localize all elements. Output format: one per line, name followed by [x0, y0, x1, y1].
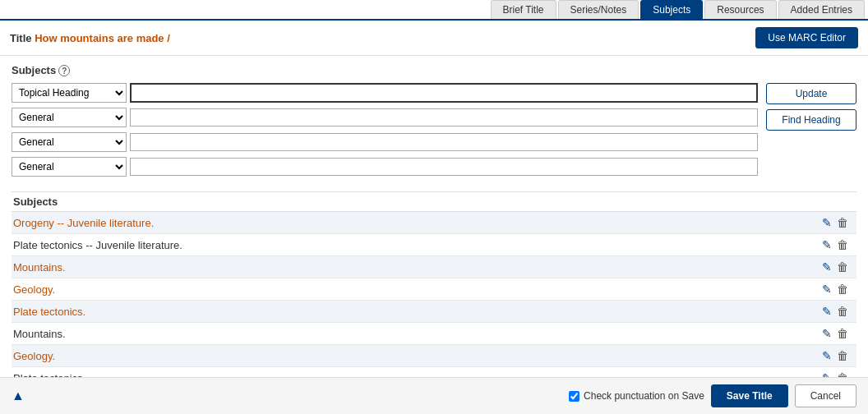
subject-text: Mountains.	[13, 328, 806, 340]
up-arrow-button[interactable]: ▲	[12, 389, 25, 398]
fields-right: Update Find Heading	[766, 83, 856, 182]
table-row: Mountains.✎🗑	[12, 323, 856, 345]
heading-field-row: Topical Heading Personal Name Corporate …	[12, 83, 758, 103]
fields-area: Topical Heading Personal Name Corporate …	[12, 83, 856, 182]
delete-button[interactable]: 🗑	[837, 216, 848, 229]
row-actions: ✎🗑	[806, 260, 855, 274]
edit-button[interactable]: ✎	[822, 238, 832, 251]
edit-button[interactable]: ✎	[822, 305, 832, 318]
tab-brief-title[interactable]: Brief Title	[491, 0, 556, 19]
save-title-button[interactable]: Save Title	[711, 384, 788, 398]
delete-button[interactable]: 🗑	[837, 327, 848, 340]
header-title: Title How mountains are made /	[10, 32, 170, 44]
footer-left: ▲	[12, 389, 25, 398]
punctuation-check-label[interactable]: Check punctuation on Save	[569, 390, 704, 398]
edit-button[interactable]: ✎	[822, 216, 832, 229]
subject-text: Plate tectonics.	[13, 306, 806, 318]
table-row: Geology.✎🗑	[12, 345, 856, 367]
table-row: Mountains.✎🗑	[12, 256, 856, 278]
delete-button[interactable]: 🗑	[837, 283, 848, 296]
table-row: Plate tectonics.✎🗑	[12, 301, 856, 323]
row-actions: ✎🗑	[806, 283, 855, 296]
subjects-label-text: Subjects	[12, 64, 56, 76]
sub-input-3[interactable]	[130, 158, 758, 176]
subject-text: Plate tectonics -- Juvenile literature.	[13, 239, 806, 251]
edit-button[interactable]: ✎	[822, 327, 832, 340]
punctuation-check-text: Check punctuation on Save	[584, 390, 704, 398]
delete-button[interactable]: 🗑	[837, 305, 848, 318]
fields-left: Topical Heading Personal Name Corporate …	[12, 83, 758, 182]
cancel-button[interactable]: Cancel	[795, 384, 856, 398]
marc-editor-button[interactable]: Use MARC Editor	[755, 27, 858, 48]
sub-select-3[interactable]: General Form Chronological Geographic	[12, 157, 127, 177]
footer: ▲ Check punctuation on Save Save Title C…	[0, 377, 868, 398]
tabs-bar: Brief TitleSeries/NotesSubjectsResources…	[0, 0, 868, 21]
header-row: Title How mountains are made / Use MARC …	[0, 21, 868, 56]
heading-input[interactable]	[130, 83, 758, 103]
tab-series/notes[interactable]: Series/Notes	[558, 0, 639, 19]
subject-text: Mountains.	[13, 261, 806, 274]
row-actions: ✎🗑	[806, 327, 855, 340]
subject-text: Geology.	[13, 283, 806, 296]
subjects-section-label: Subjects?	[12, 64, 856, 76]
row-actions: ✎🗑	[806, 349, 855, 362]
row-actions: ✎🗑	[806, 216, 855, 229]
punctuation-checkbox[interactable]	[569, 391, 579, 398]
table-row: Plate tectonics -- Juvenile literature.✎…	[12, 234, 856, 256]
sub-select-2[interactable]: General Form Chronological Geographic	[12, 132, 127, 152]
subjects-table-header: Subjects	[12, 191, 856, 212]
sub-input-2[interactable]	[130, 133, 758, 151]
edit-button[interactable]: ✎	[822, 260, 832, 274]
subjects-rows: Orogeny -- Juvenile literature.✎🗑Plate t…	[12, 212, 856, 389]
help-icon[interactable]: ?	[58, 65, 70, 76]
table-row: Geology.✎🗑	[12, 278, 856, 301]
footer-right: Check punctuation on Save Save Title Can…	[569, 384, 856, 398]
edit-button[interactable]: ✎	[822, 283, 832, 296]
table-row: Orogeny -- Juvenile literature.✎🗑	[12, 212, 856, 234]
find-heading-button[interactable]: Find Heading	[766, 109, 856, 131]
subject-text: Geology.	[13, 350, 806, 362]
delete-button[interactable]: 🗑	[837, 260, 848, 274]
sub-select-1[interactable]: General Form Chronological Geographic	[12, 108, 127, 127]
delete-button[interactable]: 🗑	[837, 349, 848, 362]
title-value: How mountains are made /	[35, 32, 170, 44]
sub-input-1[interactable]	[130, 108, 758, 126]
subjects-section: Subjects Orogeny -- Juvenile literature.…	[12, 191, 856, 389]
main-content: Subjects? Topical Heading Personal Name …	[0, 56, 868, 398]
update-button[interactable]: Update	[766, 83, 856, 104]
edit-button[interactable]: ✎	[822, 349, 832, 362]
sub-field-row-2: General Form Chronological Geographic	[12, 132, 758, 152]
sub-field-row-1: General Form Chronological Geographic	[12, 108, 758, 127]
tab-subjects[interactable]: Subjects	[640, 0, 703, 19]
delete-button[interactable]: 🗑	[837, 238, 848, 251]
title-label: Title	[10, 32, 32, 44]
row-actions: ✎🗑	[806, 238, 855, 251]
row-actions: ✎🗑	[806, 305, 855, 318]
subject-text: Orogeny -- Juvenile literature.	[13, 217, 806, 229]
sub-field-row-3: General Form Chronological Geographic	[12, 157, 758, 177]
heading-type-select[interactable]: Topical Heading Personal Name Corporate …	[12, 83, 127, 103]
tab-resources[interactable]: Resources	[704, 0, 776, 19]
tab-added-entries[interactable]: Added Entries	[778, 0, 865, 19]
